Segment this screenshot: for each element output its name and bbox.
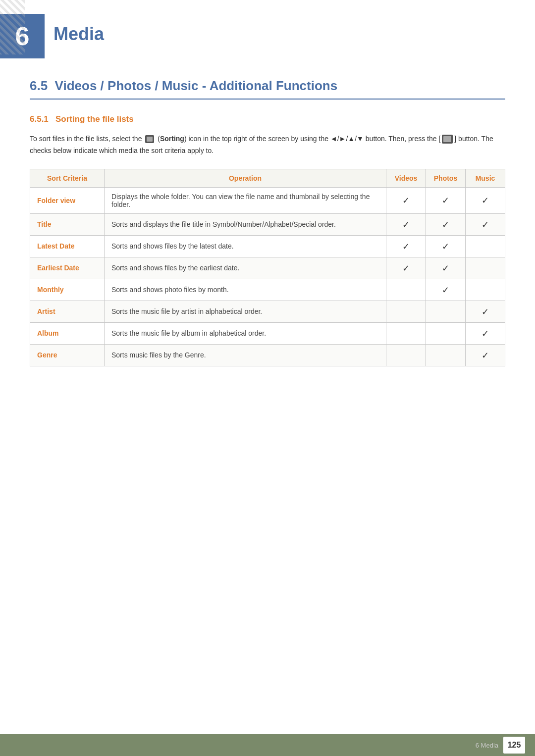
music-check: [466, 257, 505, 279]
photos-check: [426, 322, 466, 344]
header-operation: Operation: [105, 169, 386, 187]
header-videos: Videos: [386, 169, 426, 187]
videos-check: [386, 322, 426, 344]
table-row: AlbumSorts the music file by album in al…: [30, 322, 505, 344]
videos-check: ✓: [386, 187, 426, 213]
photos-check: ✓: [426, 213, 466, 235]
criteria-cell: Earliest Date: [30, 257, 105, 279]
header-criteria: Sort Criteria: [30, 169, 105, 187]
subsection-number: 6.5.1: [30, 114, 49, 124]
operation-cell: Sorts the music file by album in alphabe…: [105, 322, 386, 344]
table-row: Folder viewDisplays the whole folder. Yo…: [30, 187, 505, 213]
criteria-cell: Title: [30, 213, 105, 235]
chapter-title: Media: [54, 14, 104, 45]
criteria-cell: Folder view: [30, 187, 105, 213]
sort-criteria-table: Sort Criteria Operation Videos Photos Mu…: [30, 169, 505, 366]
table-header-row: Sort Criteria Operation Videos Photos Mu…: [30, 169, 505, 187]
enter-icon: [442, 135, 453, 144]
criteria-cell: Monthly: [30, 279, 105, 301]
section-number: 6.5: [30, 78, 48, 93]
photos-check: ✓: [426, 187, 466, 213]
music-check: ✓: [466, 213, 505, 235]
photos-check: ✓: [426, 257, 466, 279]
sorting-label: Sorting: [160, 135, 184, 143]
music-check: ✓: [466, 344, 505, 366]
photos-check: ✓: [426, 279, 466, 301]
main-content: 6.5 Videos / Photos / Music - Additional…: [0, 78, 535, 366]
music-check: ✓: [466, 301, 505, 322]
videos-check: [386, 279, 426, 301]
videos-check: [386, 301, 426, 322]
criteria-cell: Latest Date: [30, 235, 105, 257]
music-check: [466, 235, 505, 257]
page-footer: 6 Media 125: [0, 734, 535, 756]
table-row: Earliest DateSorts and shows files by th…: [30, 257, 505, 279]
table-row: ArtistSorts the music file by artist in …: [30, 301, 505, 322]
operation-cell: Sorts the music file by artist in alphab…: [105, 301, 386, 322]
videos-check: ✓: [386, 213, 426, 235]
music-check: [466, 279, 505, 301]
table-row: Latest DateSorts and shows files by the …: [30, 235, 505, 257]
music-check: ✓: [466, 187, 505, 213]
body-paragraph: To sort files in the file lists, select …: [30, 133, 505, 157]
photos-check: ✓: [426, 235, 466, 257]
section-title: 6.5 Videos / Photos / Music - Additional…: [30, 78, 505, 100]
operation-cell: Sorts and shows photo files by month.: [105, 279, 386, 301]
page-number: 125: [503, 737, 525, 754]
operation-cell: Sorts and shows files by the latest date…: [105, 235, 386, 257]
header-photos: Photos: [426, 169, 466, 187]
operation-cell: Sorts and displays the file title in Sym…: [105, 213, 386, 235]
photos-check: [426, 344, 466, 366]
header-music: Music: [466, 169, 505, 187]
videos-check: ✓: [386, 257, 426, 279]
subsection-title-text: Sorting the file lists: [55, 114, 134, 124]
stripe-decoration: [0, 0, 25, 54]
criteria-cell: Artist: [30, 301, 105, 322]
music-check: ✓: [466, 322, 505, 344]
videos-check: ✓: [386, 235, 426, 257]
footer-label: 6 Media: [476, 742, 498, 749]
table-row: TitleSorts and displays the file title i…: [30, 213, 505, 235]
sorting-icon: [145, 135, 154, 143]
table-row: GenreSorts music files by the Genre.✓: [30, 344, 505, 366]
chapter-banner: 6 Media: [0, 0, 535, 58]
operation-cell: Displays the whole folder. You can view …: [105, 187, 386, 213]
section-title-text: Videos / Photos / Music - Additional Fun…: [55, 78, 338, 93]
photos-check: [426, 301, 466, 322]
videos-check: [386, 344, 426, 366]
table-row: MonthlySorts and shows photo files by mo…: [30, 279, 505, 301]
operation-cell: Sorts and shows files by the earliest da…: [105, 257, 386, 279]
operation-cell: Sorts music files by the Genre.: [105, 344, 386, 366]
criteria-cell: Genre: [30, 344, 105, 366]
subsection-title: 6.5.1 Sorting the file lists: [30, 114, 505, 124]
criteria-cell: Album: [30, 322, 105, 344]
